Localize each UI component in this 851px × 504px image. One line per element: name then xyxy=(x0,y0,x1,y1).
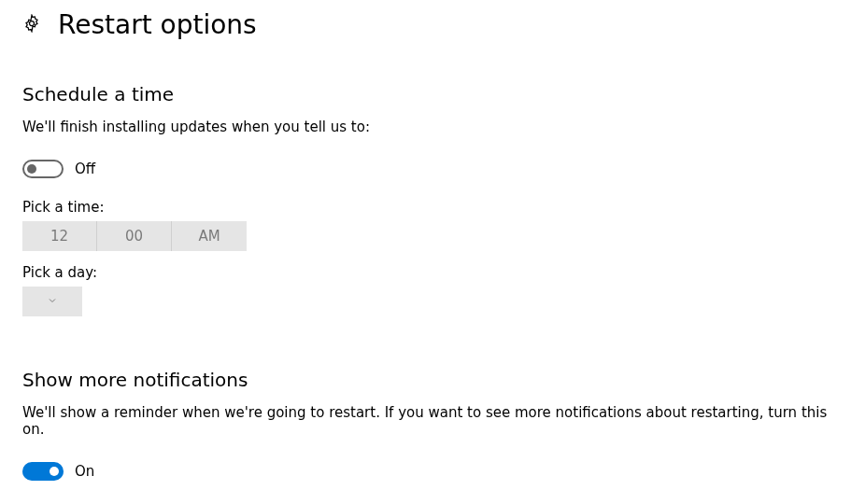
schedule-toggle[interactable] xyxy=(22,160,64,178)
schedule-description: We'll finish installing updates when you… xyxy=(22,119,829,135)
page-header: Restart options xyxy=(22,9,829,40)
svg-point-0 xyxy=(30,21,35,25)
schedule-heading: Schedule a time xyxy=(22,83,829,105)
chevron-down-icon xyxy=(47,293,58,310)
time-minute[interactable]: 00 xyxy=(97,221,172,251)
time-picker[interactable]: 12 00 AM xyxy=(22,221,247,251)
notifications-toggle-row: On xyxy=(22,462,829,481)
gear-icon xyxy=(22,14,41,36)
notifications-description: We'll show a reminder when we're going t… xyxy=(22,404,829,438)
time-hour[interactable]: 12 xyxy=(22,221,97,251)
pick-time-label: Pick a time: xyxy=(22,199,829,216)
pick-day-label: Pick a day: xyxy=(22,264,829,281)
notifications-toggle[interactable] xyxy=(22,462,64,481)
toggle-knob xyxy=(50,467,59,476)
notifications-heading: Show more notifications xyxy=(22,369,829,391)
time-ampm[interactable]: AM xyxy=(172,221,247,251)
notifications-toggle-label: On xyxy=(75,463,94,480)
schedule-toggle-label: Off xyxy=(75,161,95,177)
toggle-knob xyxy=(27,164,36,174)
schedule-toggle-row: Off xyxy=(22,160,829,178)
page-title: Restart options xyxy=(58,9,257,40)
day-picker[interactable] xyxy=(22,287,82,316)
